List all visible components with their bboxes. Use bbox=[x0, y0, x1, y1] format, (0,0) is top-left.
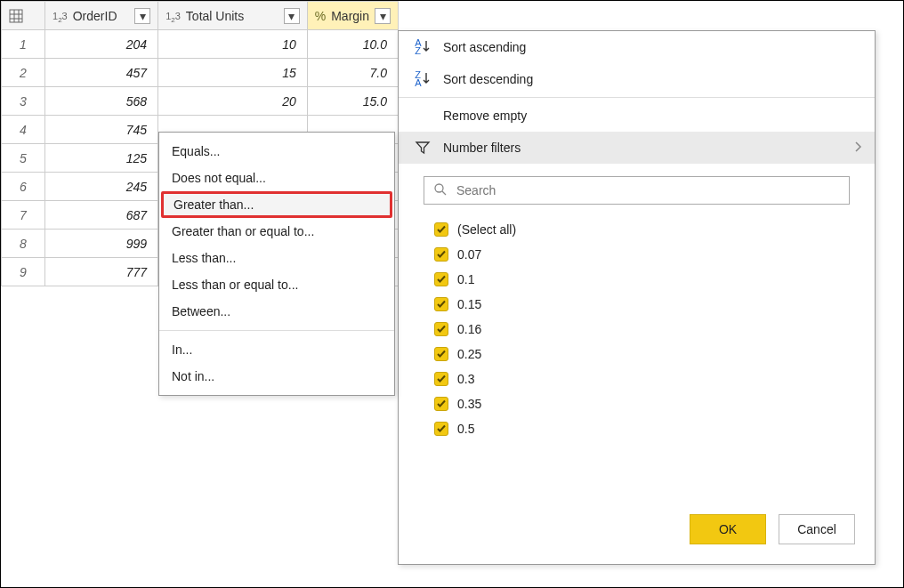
value-checkbox[interactable]: 0.25 bbox=[434, 342, 839, 366]
sort-desc-label: Sort descending bbox=[443, 72, 533, 86]
cell-orderid[interactable]: 745 bbox=[45, 116, 158, 144]
cell-orderid[interactable]: 568 bbox=[45, 87, 158, 116]
value-checkbox[interactable]: 0.3 bbox=[434, 366, 839, 391]
remove-empty-label: Remove empty bbox=[443, 109, 527, 123]
number-type-icon: 123 bbox=[52, 11, 68, 21]
chevron-right-icon bbox=[853, 141, 862, 156]
cell-orderid[interactable]: 999 bbox=[45, 230, 158, 258]
checkbox-label: 0.07 bbox=[457, 242, 481, 267]
checkbox-label: 0.5 bbox=[457, 416, 474, 441]
checkbox-icon bbox=[434, 222, 448, 237]
select-all-checkbox[interactable]: (Select all) bbox=[434, 217, 839, 242]
cell-margin[interactable]: 15.0 bbox=[307, 87, 398, 116]
filter-not-equal[interactable]: Does not equal... bbox=[159, 165, 394, 191]
menu-separator bbox=[159, 330, 394, 331]
filter-greater-than[interactable]: Greater than... bbox=[161, 191, 392, 218]
sort-descending[interactable]: ZA Sort descending bbox=[399, 63, 875, 95]
percent-type-icon: % bbox=[315, 9, 326, 23]
row-number: 6 bbox=[2, 173, 45, 201]
sort-asc-icon: AZ bbox=[413, 39, 432, 55]
search-placeholder: Search bbox=[456, 183, 496, 197]
checkbox-icon bbox=[434, 347, 448, 361]
filter-values-list: (Select all)0.070.10.150.160.250.30.350.… bbox=[399, 212, 875, 500]
checkbox-icon bbox=[434, 322, 448, 336]
sort-asc-label: Sort ascending bbox=[443, 40, 526, 54]
filter-less-than[interactable]: Less than... bbox=[159, 245, 394, 271]
checkbox-icon bbox=[434, 297, 448, 311]
remove-empty[interactable]: Remove empty bbox=[399, 100, 875, 132]
cell-margin[interactable]: 7.0 bbox=[307, 59, 398, 87]
value-checkbox[interactable]: 0.15 bbox=[434, 292, 839, 317]
column-header-units[interactable]: 123 Total Units ▾ bbox=[158, 2, 308, 30]
cell-units[interactable]: 20 bbox=[158, 87, 308, 116]
sort-ascending[interactable]: AZ Sort ascending bbox=[399, 31, 875, 63]
column-header-margin[interactable]: % Margin ▾ bbox=[307, 2, 398, 30]
column-filter-panel: AZ Sort ascending ZA Sort descending Rem… bbox=[398, 30, 876, 565]
column-label: OrderID bbox=[73, 9, 129, 23]
checkbox-icon bbox=[434, 272, 448, 286]
row-number: 3 bbox=[2, 87, 45, 116]
column-label: Total Units bbox=[186, 9, 278, 23]
cell-units[interactable]: 10 bbox=[158, 30, 308, 59]
cell-orderid[interactable]: 687 bbox=[45, 201, 158, 230]
search-input[interactable]: Search bbox=[424, 176, 850, 205]
cell-orderid[interactable]: 204 bbox=[45, 30, 158, 59]
svg-line-6 bbox=[442, 191, 446, 195]
value-checkbox[interactable]: 0.5 bbox=[434, 416, 839, 441]
cell-orderid[interactable]: 125 bbox=[45, 144, 158, 173]
checkbox-label: 0.35 bbox=[457, 391, 481, 416]
row-number: 2 bbox=[2, 59, 45, 87]
sort-desc-icon: ZA bbox=[413, 71, 432, 87]
ok-button[interactable]: OK bbox=[690, 514, 766, 544]
cancel-button[interactable]: Cancel bbox=[779, 514, 855, 544]
filter-not-in[interactable]: Not in... bbox=[159, 363, 394, 390]
column-header-orderid[interactable]: 123 OrderID ▾ bbox=[45, 2, 158, 30]
value-checkbox[interactable]: 0.07 bbox=[434, 242, 839, 267]
checkbox-label: 0.16 bbox=[457, 317, 481, 342]
filter-between[interactable]: Between... bbox=[159, 298, 394, 325]
search-icon bbox=[433, 182, 448, 199]
filter-greater-eq[interactable]: Greater than or equal to... bbox=[159, 218, 394, 245]
value-checkbox[interactable]: 0.35 bbox=[434, 391, 839, 416]
cell-units[interactable]: 15 bbox=[158, 59, 308, 87]
column-dropdown-icon[interactable]: ▾ bbox=[134, 8, 150, 24]
row-number: 8 bbox=[2, 230, 45, 258]
value-checkbox[interactable]: 0.1 bbox=[434, 267, 839, 292]
number-filter-submenu: Equals... Does not equal... Greater than… bbox=[158, 132, 395, 396]
checkbox-label: 0.1 bbox=[457, 267, 474, 292]
cell-orderid[interactable]: 245 bbox=[45, 173, 158, 201]
cell-orderid[interactable]: 457 bbox=[45, 59, 158, 87]
table-icon[interactable] bbox=[9, 9, 37, 23]
corner-cell bbox=[2, 2, 45, 30]
svg-point-5 bbox=[435, 184, 443, 192]
filter-less-eq[interactable]: Less than or equal to... bbox=[159, 271, 394, 298]
checkbox-label: 0.3 bbox=[457, 366, 474, 391]
row-number: 4 bbox=[2, 116, 45, 144]
number-filters[interactable]: Number filters bbox=[399, 132, 875, 164]
row-number: 1 bbox=[2, 30, 45, 59]
column-label: Margin bbox=[331, 9, 369, 23]
panel-separator bbox=[399, 97, 875, 98]
row-number: 5 bbox=[2, 144, 45, 173]
row-number: 7 bbox=[2, 201, 45, 230]
checkbox-icon bbox=[434, 422, 448, 436]
checkbox-label: 0.15 bbox=[457, 292, 481, 317]
checkbox-label: 0.25 bbox=[457, 342, 481, 366]
number-type-icon: 123 bbox=[165, 11, 181, 21]
number-filters-label: Number filters bbox=[443, 141, 521, 155]
cell-margin[interactable]: 10.0 bbox=[307, 30, 398, 59]
filter-icon bbox=[413, 140, 432, 156]
value-checkbox[interactable]: 0.16 bbox=[434, 317, 839, 342]
checkbox-icon bbox=[434, 397, 448, 411]
checkbox-icon bbox=[434, 372, 448, 386]
column-dropdown-icon[interactable]: ▾ bbox=[375, 8, 391, 24]
filter-in[interactable]: In... bbox=[159, 336, 394, 363]
filter-equals[interactable]: Equals... bbox=[159, 138, 394, 165]
cell-orderid[interactable]: 777 bbox=[45, 258, 158, 286]
svg-rect-0 bbox=[10, 10, 22, 22]
row-number: 9 bbox=[2, 258, 45, 286]
checkbox-label: (Select all) bbox=[457, 217, 516, 242]
column-dropdown-icon[interactable]: ▾ bbox=[284, 8, 300, 24]
checkbox-icon bbox=[434, 247, 448, 262]
